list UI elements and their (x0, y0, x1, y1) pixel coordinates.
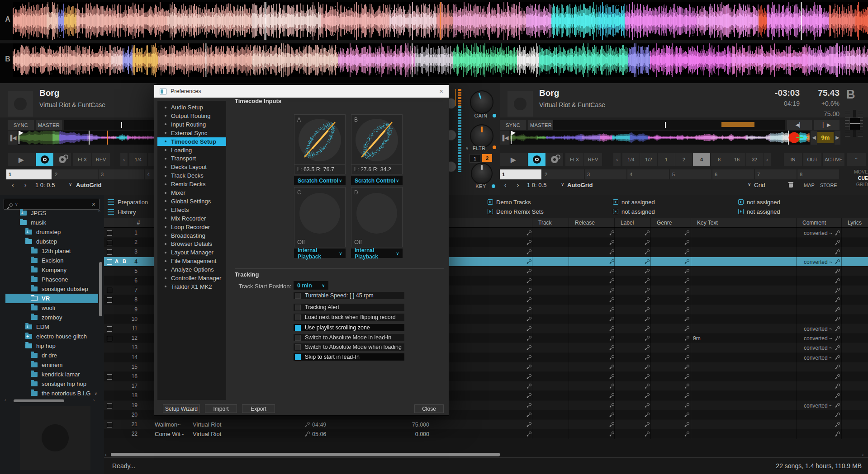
tree-item-dr-dre[interactable]: dr dre (31, 351, 57, 360)
search-similar-icon[interactable] (835, 288, 840, 292)
search-similar-icon[interactable] (527, 230, 531, 235)
deck-b-loop-size-1/4[interactable]: 1/4 (622, 153, 640, 166)
search-similar-icon[interactable] (685, 403, 689, 408)
table-scroll-right-icon[interactable]: › (862, 452, 863, 457)
search-box[interactable]: ∨ × (4, 199, 100, 210)
dialog-title-bar[interactable]: Preferences × (154, 85, 449, 98)
search-similar-icon[interactable] (610, 355, 614, 360)
scope-mode-dropdown-b[interactable]: Scratch Control∨ (351, 176, 403, 185)
search-similar-icon[interactable] (685, 393, 689, 398)
search-similar-icon[interactable] (527, 278, 531, 283)
search-similar-icon[interactable] (645, 365, 650, 369)
search-similar-icon[interactable] (645, 336, 650, 340)
setup-wizard-button[interactable]: Setup Wizard (163, 404, 200, 413)
deck-b-collapse-button[interactable]: ⌃ (847, 153, 866, 166)
checkbox-turntable-speed-45-rpm[interactable]: Turntable Speed: [ ] 45 rpm (294, 292, 404, 299)
search-similar-icon[interactable] (610, 345, 614, 350)
search-similar-icon[interactable] (685, 230, 689, 235)
search-similar-icon[interactable] (835, 259, 840, 264)
playlist-item-preparation[interactable]: Preparation (108, 197, 148, 206)
search-similar-icon[interactable] (527, 288, 531, 292)
favorite-slot-1[interactable]: Demo Tracks (488, 198, 531, 206)
search-similar-icon[interactable] (527, 345, 531, 350)
deck-a-absolute-mode-button[interactable] (36, 153, 53, 166)
deck-a-loop-size-1-4[interactable]: 1/4 (129, 153, 147, 166)
tree-item-hip-hop[interactable]: hip hop (25, 341, 56, 351)
deck-a-stripe-overview[interactable] (18, 131, 157, 145)
search-similar-icon[interactable] (645, 259, 650, 264)
search-similar-icon[interactable] (645, 374, 650, 379)
deck-b-flux-button[interactable]: FLX (565, 153, 583, 166)
search-similar-icon[interactable] (610, 422, 614, 427)
scope-mode-dropdown-a[interactable]: Scratch Control∨ (294, 176, 346, 185)
search-similar-icon[interactable] (645, 345, 650, 350)
search-similar-icon[interactable] (685, 307, 689, 312)
deck-b-loop-size-1[interactable]: 1 (658, 153, 675, 166)
search-similar-icon[interactable] (527, 307, 531, 312)
menu-item-decks-layout[interactable]: Decks Layout (157, 163, 226, 171)
map-button[interactable]: MAP (804, 183, 815, 188)
search-similar-icon[interactable] (835, 413, 840, 417)
deck-b-hotcue-4[interactable]: 4 (627, 169, 669, 179)
deck-b-loop-smaller-button[interactable]: ‹ (613, 153, 621, 166)
search-similar-icon[interactable] (645, 384, 650, 388)
deck-a-sync-button[interactable]: SYNC (8, 120, 34, 130)
search-similar-icon[interactable] (685, 345, 689, 350)
search-similar-icon[interactable] (527, 374, 531, 379)
search-similar-icon[interactable] (645, 269, 650, 273)
search-similar-icon[interactable] (685, 413, 689, 417)
tree-item-musik[interactable]: musik (20, 218, 46, 227)
menu-item-track-decks[interactable]: Track Decks (157, 171, 226, 180)
menu-item-layout-manager[interactable]: Layout Manager (157, 248, 226, 257)
search-similar-icon[interactable] (527, 422, 531, 427)
menu-item-transport[interactable]: Transport (157, 154, 226, 163)
search-similar-icon[interactable] (527, 240, 531, 244)
checkbox-unchecked-icon[interactable] (295, 305, 301, 310)
search-similar-icon[interactable] (685, 259, 689, 264)
search-similar-icon[interactable] (685, 384, 689, 388)
column-header-number[interactable]: # (129, 220, 147, 226)
search-similar-icon[interactable] (685, 355, 689, 360)
search-similar-icon[interactable] (835, 297, 840, 302)
search-similar-icon[interactable] (610, 413, 614, 417)
deck-a-skip-start-button[interactable]: ▐◀ (8, 131, 17, 145)
deck-b-loop-out-button[interactable]: OUT (803, 153, 821, 166)
tree-item-sonstiger-hip-hop[interactable]: sonstiger hip hop (31, 379, 86, 389)
menu-item-remix-decks[interactable]: Remix Decks (157, 180, 226, 188)
table-row[interactable]: 22Come Wit~Virtual Riot05:060.000 (104, 429, 868, 438)
search-similar-icon[interactable] (527, 393, 531, 398)
deck-b-autogrid-label[interactable]: AutoGrid (567, 182, 593, 188)
search-similar-icon[interactable] (527, 413, 531, 417)
deck-b-hotcue-1[interactable]: 1 (500, 169, 541, 179)
search-similar-icon[interactable] (645, 278, 650, 283)
tree-scroll-right-icon[interactable]: › (93, 398, 95, 403)
menu-item-loading[interactable]: Loading (157, 146, 226, 155)
tree-vertical-scrollbar[interactable] (99, 262, 102, 316)
search-similar-icon[interactable] (610, 432, 614, 436)
deck-b-play-button[interactable]: ▶ (500, 153, 527, 166)
search-similar-icon[interactable] (835, 240, 840, 244)
search-similar-icon[interactable] (835, 374, 840, 379)
menu-item-output-routing[interactable]: Output Routing (157, 112, 226, 120)
search-similar-icon[interactable] (685, 269, 689, 273)
search-similar-icon[interactable] (610, 240, 614, 244)
scope-mode-dropdown-d[interactable]: Internal Playback∨ (351, 249, 403, 258)
deck-b-loop-size-32[interactable]: 32 (746, 153, 763, 166)
deck-b-hotcue-5[interactable]: 5 (670, 169, 711, 179)
deck-a-relative-mode-button[interactable] (54, 153, 71, 166)
deck-b-beatjump-fwd-button[interactable]: ▏▶ (814, 120, 840, 130)
menu-item-browser-details[interactable]: Browser Details (157, 239, 226, 248)
menu-item-global-settings[interactable]: Global Settings (157, 197, 226, 206)
close-button[interactable]: Close (414, 404, 444, 413)
search-similar-icon[interactable] (610, 297, 614, 302)
search-similar-icon[interactable] (835, 307, 840, 312)
deck-b-sync-button[interactable]: SYNC (500, 120, 526, 130)
search-similar-icon[interactable] (835, 365, 840, 369)
search-similar-icon[interactable] (527, 326, 531, 331)
search-similar-icon[interactable] (645, 249, 650, 254)
deck-b-beatjump-back-button[interactable]: ◀▏ (787, 120, 812, 130)
search-similar-icon[interactable] (645, 240, 650, 244)
tree-expander-icon[interactable]: ∨ (94, 391, 97, 396)
tree-item-sonstiger-dubstep[interactable]: sonstiger dubstep (31, 284, 88, 294)
checkbox-unchecked-icon[interactable] (295, 344, 301, 350)
